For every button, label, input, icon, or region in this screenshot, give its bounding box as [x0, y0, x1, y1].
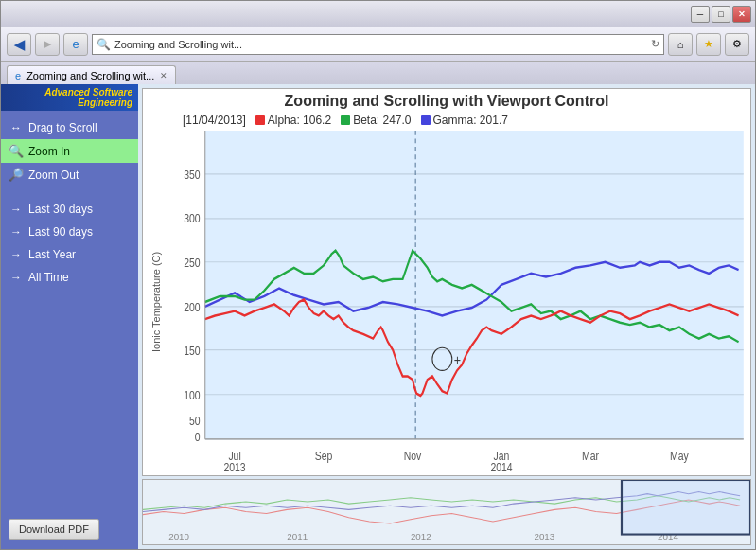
ie-icon: e — [63, 33, 88, 56]
sidebar-item-zoom-in[interactable]: 🔍 Zoom In — [1, 139, 138, 163]
svg-text:2012: 2012 — [411, 531, 431, 541]
legend-alpha: Alpha: 106.2 — [255, 114, 331, 127]
sidebar: Advanced Software Engineering ↔ Drag to … — [1, 84, 138, 549]
sidebar-item-drag-to-scroll[interactable]: ↔ Drag to Scroll — [1, 116, 138, 139]
svg-text:May: May — [670, 450, 689, 462]
minimize-button[interactable]: ─ — [691, 6, 710, 23]
svg-text:Mar: Mar — [582, 450, 599, 462]
nav-bar: ◀ ▶ e 🔍 Zooming and Scrolling wit... ↻ ⌂… — [1, 27, 755, 62]
refresh-icon[interactable]: ↻ — [651, 38, 659, 50]
sidebar-label-drag: Drag to Scroll — [28, 121, 97, 134]
beta-dot — [341, 115, 350, 125]
maximize-button[interactable]: □ — [712, 6, 730, 23]
sidebar-label-last-year: Last Year — [28, 248, 76, 261]
gamma-dot — [421, 115, 431, 125]
legend-gamma: Gamma: 201.7 — [421, 114, 508, 127]
chart-svg-area[interactable]: 350 300 250 200 150 100 50 0 Jul 2013 Se… — [166, 131, 748, 473]
home-button[interactable]: ⌂ — [668, 33, 693, 56]
svg-text:200: 200 — [184, 301, 200, 313]
svg-text:Jul: Jul — [228, 450, 240, 462]
y-axis-label: Ionic Temperature (C) — [147, 131, 166, 473]
sidebar-label-last90: Last 90 days — [28, 225, 93, 239]
arrow-icon-1: → — [9, 203, 24, 216]
title-bar: ─ □ ✕ — [1, 1, 755, 27]
zoom-out-icon: 🔎 — [9, 168, 24, 182]
main-area: Zooming and Scrolling with Viewport Cont… — [138, 84, 755, 549]
svg-text:+: + — [454, 353, 461, 368]
legend-beta: Beta: 247.0 — [341, 114, 411, 127]
settings-button[interactable]: ⚙ — [725, 33, 749, 56]
content-area: Advanced Software Engineering ↔ Drag to … — [1, 84, 755, 549]
sidebar-label-last30: Last 30 days — [28, 203, 93, 216]
svg-text:350: 350 — [184, 169, 200, 181]
svg-rect-35 — [622, 480, 750, 535]
tab-zooming[interactable]: e Zooming and Scrolling wit... ✕ — [7, 65, 176, 84]
svg-rect-0 — [205, 131, 744, 439]
arrow-icon-2: → — [9, 225, 24, 239]
address-text: Zooming and Scrolling wit... — [114, 39, 651, 50]
svg-text:250: 250 — [184, 257, 200, 269]
chart-body[interactable]: Ionic Temperature (C) — [145, 131, 748, 473]
sidebar-item-last90[interactable]: → Last 90 days — [1, 221, 138, 243]
overview-svg: 2010 2011 2012 2013 2014 — [143, 480, 750, 544]
svg-text:Jan: Jan — [494, 450, 510, 462]
tab-close-icon[interactable]: ✕ — [160, 71, 167, 80]
arrow-icon-4: → — [9, 271, 24, 284]
forward-button[interactable]: ▶ — [35, 33, 60, 56]
svg-text:150: 150 — [184, 345, 200, 357]
sidebar-item-zoom-out[interactable]: 🔎 Zoom Out — [1, 163, 138, 186]
legend-gamma-label: Gamma: 201.7 — [433, 114, 508, 127]
favorites-button[interactable]: ★ — [696, 33, 721, 56]
drag-icon: ↔ — [9, 121, 24, 134]
sidebar-item-all-time[interactable]: → All Time — [1, 266, 138, 289]
alpha-dot — [255, 115, 265, 125]
chart-legend: [11/04/2013] Alpha: 106.2 Beta: 247.0 Ga… — [145, 112, 748, 131]
back-button[interactable]: ◀ — [7, 33, 31, 56]
svg-text:50: 50 — [189, 416, 201, 428]
sidebar-label-zoom-out: Zoom Out — [28, 169, 79, 182]
close-button[interactable]: ✕ — [732, 6, 751, 23]
tab-label: Zooming and Scrolling wit... — [26, 70, 154, 81]
download-pdf-button[interactable]: Download PDF — [9, 519, 99, 540]
sidebar-label-all-time: All Time — [28, 271, 69, 284]
chart-container: Zooming and Scrolling with Viewport Cont… — [142, 88, 751, 476]
legend-beta-label: Beta: 247.0 — [353, 114, 411, 127]
svg-text:2010: 2010 — [168, 531, 189, 541]
tab-icon: e — [15, 70, 21, 81]
tab-bar: e Zooming and Scrolling wit... ✕ — [1, 62, 755, 84]
address-bar[interactable]: 🔍 Zooming and Scrolling wit... ↻ — [92, 34, 664, 55]
svg-text:0: 0 — [195, 432, 201, 444]
svg-text:2013: 2013 — [223, 461, 245, 473]
svg-text:Sep: Sep — [315, 450, 333, 462]
main-chart-svg[interactable]: 350 300 250 200 150 100 50 0 Jul 2013 Se… — [166, 131, 748, 473]
arrow-icon-3: → — [9, 248, 24, 261]
legend-date: [11/04/2013] — [183, 114, 246, 127]
svg-text:100: 100 — [184, 389, 200, 401]
svg-text:300: 300 — [184, 212, 200, 224]
svg-text:2011: 2011 — [287, 531, 308, 541]
browser-window: ─ □ ✕ ◀ ▶ e 🔍 Zooming and Scrolling wit.… — [0, 0, 756, 550]
chart-title: Zooming and Scrolling with Viewport Cont… — [145, 93, 748, 110]
legend-alpha-label: Alpha: 106.2 — [268, 114, 331, 127]
zoom-in-icon: 🔍 — [9, 144, 24, 158]
search-icon: 🔍 — [97, 38, 111, 51]
svg-text:Nov: Nov — [404, 450, 422, 462]
overview-chart[interactable]: 2010 2011 2012 2013 2014 — [142, 479, 751, 545]
sidebar-label-zoom-in: Zoom In — [28, 145, 70, 158]
brand-header: Advanced Software Engineering — [1, 84, 138, 111]
sidebar-bottom: Download PDF — [1, 289, 138, 549]
sidebar-item-last30[interactable]: → Last 30 days — [1, 198, 138, 221]
sidebar-item-last-year[interactable]: → Last Year — [1, 243, 138, 266]
svg-text:2013: 2013 — [534, 531, 554, 541]
svg-text:2014: 2014 — [490, 461, 512, 473]
